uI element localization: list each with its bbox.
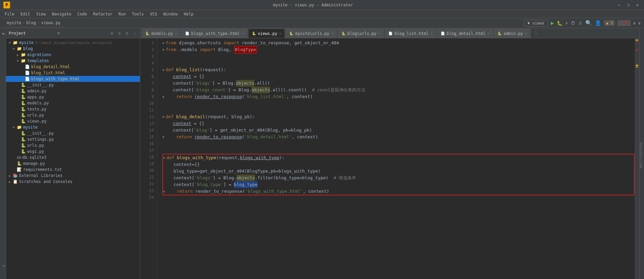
- fold-12[interactable]: ▼: [162, 114, 164, 120]
- tab-admin[interactable]: 🐍 admin.py ✕: [494, 29, 531, 38]
- breadcrumb-blog[interactable]: blog: [26, 20, 36, 25]
- tab-label-blogs-with-type-html: blogs_with_type.html: [191, 31, 240, 36]
- run-button[interactable]: ▶: [551, 20, 554, 26]
- py-icon-admin: 🐍: [21, 89, 26, 93]
- fold-15[interactable]: ▼: [162, 135, 164, 140]
- tree-file-wsgi[interactable]: ▶ 🐍 wsgi.py: [6, 148, 140, 154]
- fold-2[interactable]: ▼: [162, 47, 164, 52]
- tree-folder-templates[interactable]: ▼ 📁 templates: [6, 58, 140, 64]
- tree-file-admin[interactable]: ▶ 🐍 admin.py: [6, 88, 140, 94]
- tree-file-init-mysite[interactable]: ▶ 🐍 __init__.py: [6, 130, 140, 136]
- py-icon-wsgi: 🐍: [21, 149, 26, 154]
- tab-blogs-with-type-html[interactable]: 📄 blogs_with_type.html ✕: [181, 29, 248, 38]
- tree-collapse-btn[interactable]: ≡: [117, 30, 122, 37]
- expand-button[interactable]: ∧: [633, 21, 636, 26]
- tree-file-blog-list[interactable]: ▶ 📄 blog_list.html: [6, 70, 140, 76]
- tree-root-mysite[interactable]: ▼ 📁 mysite E:\about_Django\test\mysite_e…: [6, 40, 140, 46]
- tree-file-models[interactable]: ▶ 🐍 models.py: [6, 100, 140, 106]
- tab-close-blog-urls[interactable]: ✕: [378, 32, 380, 35]
- tree-file-db[interactable]: ▶ 🗃 db.sqlite3: [6, 154, 140, 160]
- minimize-button[interactable]: —: [616, 2, 622, 8]
- tree-file-views[interactable]: ▶ 🐍 views.py: [6, 118, 140, 124]
- bookmarks-panel-icon[interactable]: B: [0, 263, 6, 269]
- window-controls[interactable]: — ❐ ✕: [616, 2, 641, 8]
- tree-settings-btn[interactable]: ⚙: [124, 30, 129, 37]
- tree-file-blog-detail[interactable]: ▶ 📄 blog_detail.html: [6, 64, 140, 70]
- tab-mysite-urls[interactable]: 🐍 mysite\urls.py ✕: [285, 29, 337, 38]
- collapse-button[interactable]: ∨: [638, 21, 641, 26]
- code-line-4: [162, 60, 635, 66]
- tab-close-blog-detail-html[interactable]: ✕: [487, 32, 489, 35]
- search-button[interactable]: 🔍: [585, 20, 592, 26]
- tab-blog-list-html[interactable]: 📄 blog_list.html ✕: [385, 29, 436, 38]
- tree-file-manage[interactable]: ▶ 🐍 manage.py: [6, 160, 140, 167]
- menu-navigate[interactable]: Navigate: [49, 11, 74, 17]
- tab-close-blog-list-html[interactable]: ✕: [431, 32, 433, 35]
- tree-folder-migrations[interactable]: ▶ 📁 migrations: [6, 52, 140, 58]
- main-area: P B Project ▼ ⊕ ≡ ⚙ — ▼ 📁 mysite E:\abou…: [0, 28, 644, 279]
- menu-code[interactable]: Code: [75, 11, 90, 17]
- tree-file-urls-mysite[interactable]: ▶ 🐍 urls.py: [6, 142, 140, 148]
- profile-button[interactable]: ⏱: [571, 20, 575, 26]
- tab-label-mysite-urls: mysite\urls.py: [295, 31, 329, 36]
- tree-dropdown-icon[interactable]: ▼: [57, 31, 60, 36]
- tab-close-views[interactable]: ✕: [279, 32, 281, 35]
- menu-tools[interactable]: Tools: [129, 11, 147, 17]
- tabs-overflow[interactable]: ⋮: [531, 29, 541, 38]
- tab-close-models[interactable]: ✕: [175, 32, 177, 35]
- code-editor[interactable]: ▼ from django.shortcuts import render_to…: [157, 38, 635, 279]
- debug-button[interactable]: 🐛: [557, 20, 562, 26]
- coverage-button[interactable]: ⚡: [565, 20, 568, 26]
- line-num-22: 22: [140, 181, 154, 187]
- tree-file-requirements[interactable]: ▶ 📝 requirements.txt: [6, 167, 140, 173]
- tree-file-urls-blog[interactable]: ▶ 🐍 urls.py: [6, 112, 140, 118]
- maximize-button[interactable]: ❐: [625, 2, 632, 8]
- line-numbers: 1 2 3 4 5 6 7 8 9 10 11 12 13 14 15 16 1…: [140, 38, 157, 279]
- tree-file-blogs-with-type[interactable]: ▶ 📄 blogs_with_type.html: [6, 76, 140, 82]
- menu-run[interactable]: Run: [116, 11, 128, 17]
- tree-folder-mysite-inner[interactable]: ▼ 📁 mysite: [6, 124, 140, 130]
- tree-external-libraries[interactable]: ▶ 📚 External Libraries: [6, 173, 140, 179]
- fold-5[interactable]: ▼: [162, 67, 164, 73]
- arrow-migrations: ▶: [17, 53, 20, 57]
- menu-vcs[interactable]: VCS: [147, 11, 160, 17]
- tab-close-blogs-html[interactable]: ✕: [242, 32, 244, 35]
- tree-file-init-blog[interactable]: ▶ 🐍 __init__.py: [6, 82, 140, 88]
- fold-9[interactable]: ▼: [162, 94, 164, 99]
- breadcrumb-mysite[interactable]: mysite: [7, 20, 21, 25]
- fold-18[interactable]: ▼: [163, 155, 165, 160]
- fold-1[interactable]: ▼: [162, 41, 164, 46]
- code-line-14: context['blog'] = get_object_or_404(Blog…: [162, 127, 635, 134]
- tab-views[interactable]: 🐍 views.py ✕: [248, 29, 285, 38]
- tree-folder-blog[interactable]: ▼ 📁 blog: [6, 46, 140, 52]
- tab-blog-detail-html[interactable]: 📄 blog_detail.html ✕: [437, 29, 493, 38]
- menu-window[interactable]: Window: [161, 11, 180, 17]
- tree-label-urls-mysite: urls.py: [27, 143, 44, 148]
- project-panel-icon[interactable]: P: [0, 31, 5, 37]
- tree-close-btn[interactable]: —: [132, 30, 137, 37]
- tree-file-apps[interactable]: ▶ 🐍 apps.py: [6, 94, 140, 100]
- menu-help[interactable]: Help: [181, 11, 196, 17]
- tab-close-admin[interactable]: ✕: [525, 32, 527, 35]
- fold-23[interactable]: ▼: [163, 189, 165, 194]
- menu-refactor[interactable]: Refactor: [90, 11, 115, 17]
- tree-scratches[interactable]: ▶ 📋 Scratches and Consoles: [6, 179, 140, 185]
- menu-file[interactable]: File: [2, 11, 17, 17]
- tree-locate-btn[interactable]: ⊕: [109, 30, 114, 37]
- tab-models[interactable]: 🐍 models.py ✕: [142, 29, 181, 38]
- tab-blog-urls[interactable]: 🐍 blog\urls.py ✕: [338, 29, 384, 38]
- tree-file-settings[interactable]: ▶ 🐍 settings.py: [6, 136, 140, 142]
- editor-content[interactable]: 1 2 3 4 5 6 7 8 9 10 11 12 13 14 15 16 1…: [140, 38, 639, 279]
- menu-view[interactable]: View: [34, 11, 49, 17]
- close-button[interactable]: ✕: [634, 2, 641, 8]
- breadcrumb-views[interactable]: views.py: [41, 20, 61, 25]
- tree-label-urls-blog: urls.py: [27, 113, 44, 118]
- user-button[interactable]: 👤: [595, 20, 601, 26]
- menu-edit[interactable]: Edit: [18, 11, 33, 17]
- stop-button[interactable]: ⏸: [578, 20, 583, 26]
- views-dropdown[interactable]: ▼ views: [524, 20, 548, 27]
- tree-file-tests[interactable]: ▶ 🐍 tests.py: [6, 106, 140, 112]
- tab-close-mysite-urls[interactable]: ✕: [331, 32, 333, 35]
- error-count: ⬇ 10: [618, 20, 631, 26]
- tree-label-init-mysite: __init__.py: [27, 131, 54, 136]
